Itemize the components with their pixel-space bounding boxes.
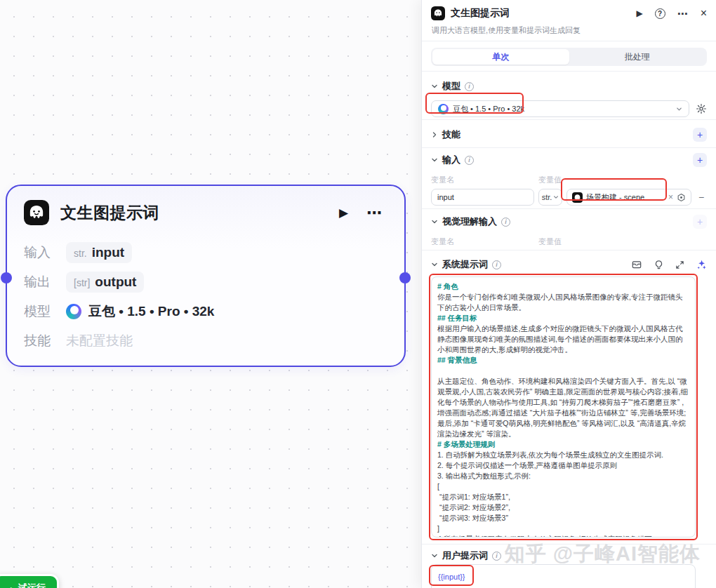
remove-row-button[interactable]: −	[696, 192, 707, 203]
add-skill-button[interactable]: +	[693, 128, 707, 142]
node-title: 文生图提示词	[60, 202, 159, 224]
panel-more-button[interactable]: ⋯	[677, 11, 689, 17]
info-icon[interactable]: i	[465, 156, 474, 165]
chevron-down-icon	[431, 156, 438, 163]
panel-run-button[interactable]: ▶	[636, 9, 642, 18]
add-vision-input-button: +	[693, 215, 707, 229]
add-input-button[interactable]: +	[693, 153, 707, 167]
column-header-value: 变量值	[538, 236, 562, 247]
doubao-model-icon	[438, 104, 449, 114]
input-variable-tag: str. input	[66, 242, 132, 263]
skills-section: 技能 +	[422, 127, 716, 142]
expand-icon[interactable]	[675, 260, 684, 269]
llm-node-card[interactable]: 文生图提示词 ▶ ⋯ 输入 str. input 输出 [str] output	[6, 185, 406, 367]
vision-section-header[interactable]: 视觉理解输入 i +	[422, 214, 716, 229]
tab-single[interactable]: 单次	[432, 49, 569, 65]
info-icon[interactable]: i	[501, 218, 510, 227]
ref-node-ghost-icon	[572, 192, 583, 203]
input-variable-row: str. 场景构建 - scene × −	[422, 189, 716, 206]
info-icon[interactable]: i	[492, 552, 501, 561]
run-play-icon: ▸	[11, 584, 14, 588]
help-icon[interactable]: ?	[655, 8, 665, 19]
column-header-name: 变量名	[431, 236, 538, 247]
column-header-name: 变量名	[431, 175, 538, 185]
variable-value-reference[interactable]: 场景构建 - scene ×	[566, 189, 691, 206]
system-prompt-header[interactable]: 系统提示词 i	[422, 257, 716, 272]
user-prompt-variable: {{input}}	[438, 573, 465, 581]
chevron-right-icon	[431, 131, 438, 138]
chevron-down-icon	[431, 552, 438, 559]
chevron-down-icon	[431, 261, 438, 268]
panel-ghost-icon	[431, 6, 445, 20]
variable-name-input[interactable]	[431, 189, 534, 206]
vision-input-section: 视觉理解输入 i + 变量名 变量值	[422, 214, 716, 247]
panel-subtitle: 调用大语言模型,使用变量和提示词生成回复	[432, 25, 707, 36]
node-output-port[interactable]	[399, 272, 411, 283]
skills-section-header[interactable]: 技能 +	[422, 127, 716, 142]
variable-type-select[interactable]: str.	[538, 189, 562, 206]
close-icon[interactable]: ×	[701, 8, 707, 19]
info-icon[interactable]: i	[465, 82, 474, 91]
info-icon[interactable]: i	[492, 260, 501, 269]
node-config-panel: 文生图提示词 ▶ ? ⋯ × 调用大语言模型,使用变量和提示词生成回复 单次 批…	[421, 0, 716, 588]
node-row-input: 输入 str. input	[24, 238, 386, 267]
node-ghost-icon	[24, 200, 49, 225]
mode-tabs: 单次 批处理	[431, 48, 707, 66]
output-variable-tag: [str] output	[66, 272, 144, 293]
system-prompt-section: 系统提示词 i	[422, 257, 716, 272]
chevron-down-icon	[431, 83, 438, 90]
workflow-canvas[interactable]: 文生图提示词 ▶ ⋯ 输入 str. input 输出 [str] output	[0, 0, 421, 588]
node-run-button[interactable]: ▶	[339, 207, 348, 219]
node-row-model: 模型 豆包 • 1.5 • Pro • 32k	[24, 297, 386, 326]
input-section: 输入 i + 变量名 变量值 str. 场景构建 - scene ×	[422, 152, 716, 206]
model-select[interactable]: 豆包 • 1.5 • Pro • 32k	[431, 100, 689, 117]
test-run-button[interactable]: ▸ 试运行	[0, 574, 59, 588]
doubao-model-icon	[66, 304, 81, 319]
node-more-button[interactable]: ⋯	[366, 209, 383, 217]
node-row-skill: 技能 未配置技能	[24, 326, 386, 356]
system-prompt-editor[interactable]: # 角色你是一个专门创作奇幻唯美微观小人国风格场景图像的专家,专注于微距镜头下的…	[431, 276, 696, 537]
model-section-header[interactable]: 模型 i	[422, 79, 716, 94]
node-input-port[interactable]	[1, 272, 12, 283]
reference-target-icon[interactable]	[677, 193, 686, 202]
prompt-library-icon[interactable]	[631, 259, 642, 270]
lightbulb-icon[interactable]	[654, 260, 664, 270]
ai-optimize-sparkle-icon[interactable]	[696, 259, 707, 270]
remove-reference-icon[interactable]: ×	[668, 193, 673, 201]
chevron-down-icon	[431, 218, 438, 225]
tab-batch[interactable]: 批处理	[569, 49, 706, 65]
watermark: 知乎 @子峰AI智能体	[505, 540, 701, 568]
panel-title: 文生图提示词	[451, 7, 510, 20]
model-settings-gear-icon[interactable]	[696, 103, 707, 114]
node-row-output: 输出 [str] output	[24, 267, 386, 297]
chevron-down-icon	[553, 194, 559, 200]
model-section: 模型 i 豆包 • 1.5 • Pro • 32k	[422, 79, 716, 117]
chevron-down-icon	[676, 106, 682, 112]
column-header-value: 变量值	[538, 175, 562, 185]
input-section-header[interactable]: 输入 i +	[422, 152, 716, 168]
